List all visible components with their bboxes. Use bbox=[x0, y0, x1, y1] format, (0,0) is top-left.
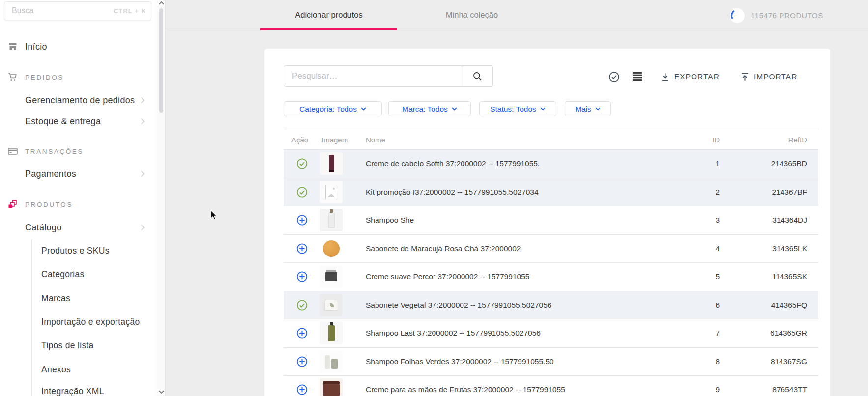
table-header: Ação Imagem Nome ID RefID bbox=[284, 129, 818, 150]
topbar: Adicionar produtos Minha coleção 115476 … bbox=[166, 0, 868, 30]
product-image-image-placeholder bbox=[320, 181, 343, 203]
col-imagem: Imagem bbox=[321, 129, 348, 150]
export-label: EXPORTAR bbox=[674, 72, 720, 81]
product-image-hair-cream-tube bbox=[320, 152, 343, 175]
product-image-round-soap bbox=[320, 237, 343, 260]
add-plus-icon[interactable] bbox=[296, 328, 308, 339]
product-image-soap-bar bbox=[320, 294, 343, 316]
active-tab-underline bbox=[260, 28, 397, 30]
table-row: Creme para as mãos de Frutas 37:2000002 … bbox=[284, 376, 818, 396]
table-row: Creme suave Percor 37:2000002 -- 1577991… bbox=[284, 263, 818, 291]
add-plus-icon[interactable] bbox=[296, 356, 308, 367]
scrollbar-thumb[interactable] bbox=[159, 8, 163, 113]
chevron-right-icon bbox=[141, 118, 145, 125]
col-acao: Ação bbox=[291, 129, 308, 150]
chevron-right-icon bbox=[141, 97, 145, 104]
table-row: Kit promoção I37:2000002 -- 1577991055.5… bbox=[284, 178, 818, 207]
download-icon bbox=[661, 72, 670, 82]
tab-minha-colecao[interactable]: Minha coleção bbox=[423, 0, 521, 30]
sidebar-item-categorias[interactable]: Categorias bbox=[0, 266, 157, 283]
chevron-down-icon bbox=[595, 107, 601, 111]
sidebar-item-transacoes: TRANSAÇÕES bbox=[0, 143, 157, 160]
filter-status-todos[interactable]: Status: Todos bbox=[479, 101, 556, 116]
table-row: Shampoo Last 37:2000002 -- 1577991055.50… bbox=[284, 319, 818, 348]
sidebar-item-gerenciamento-de-pedidos[interactable]: Gerenciamento de pedidos bbox=[0, 92, 157, 109]
add-plus-icon[interactable] bbox=[296, 243, 308, 254]
filter-marca-todos[interactable]: Marca: Todos bbox=[388, 101, 471, 116]
add-plus-icon[interactable] bbox=[296, 271, 308, 283]
sidebar-item-marcas[interactable]: Marcas bbox=[0, 290, 157, 307]
sidebar-search: CTRL + K bbox=[4, 1, 151, 20]
sidebar-item-tipos-de-lista[interactable]: Tipos de lista bbox=[0, 337, 157, 354]
table-row: Creme de cabelo Softh 37:2000002 -- 1577… bbox=[284, 150, 818, 178]
chevron-right-icon bbox=[141, 170, 145, 177]
sidebar-item-pagamentos[interactable]: Pagamentos bbox=[0, 166, 157, 182]
table-row: Shampoo She 3 314364DJ bbox=[284, 206, 818, 235]
products-table: Ação Imagem Nome ID RefID Creme de cabel… bbox=[284, 129, 818, 396]
col-id: ID bbox=[661, 129, 720, 150]
scroll-down-icon[interactable] bbox=[159, 390, 164, 394]
subnav-indent-rule bbox=[31, 239, 32, 396]
sidebar-search-input[interactable] bbox=[4, 6, 114, 15]
select-all-check-icon[interactable] bbox=[608, 71, 620, 83]
sidebar-item-anexos[interactable]: Anexos bbox=[0, 361, 157, 378]
upload-icon bbox=[740, 72, 750, 82]
sidebar-item-integracao-xml[interactable]: Integração XML bbox=[0, 383, 157, 396]
sidebar-item-catalogo[interactable]: Catálogo bbox=[0, 219, 157, 236]
import-label: IMPORTAR bbox=[754, 72, 797, 81]
filter-categoria-todos[interactable]: Categoria: Todos bbox=[284, 101, 382, 116]
sidebar-item-produtos: PRODUTOS bbox=[0, 196, 157, 213]
chevron-down-icon bbox=[540, 107, 546, 111]
product-search-input[interactable] bbox=[284, 65, 462, 87]
tab-adicionar-produtos[interactable]: Adicionar produtos bbox=[260, 0, 397, 30]
chevron-down-icon bbox=[452, 107, 457, 111]
added-check-icon[interactable] bbox=[296, 186, 308, 198]
product-image-brown-jar bbox=[320, 378, 343, 396]
sidebar-item-importacao-e-exportacao[interactable]: Importação e exportação bbox=[0, 313, 157, 330]
product-image-shampoo-bottle bbox=[320, 209, 343, 231]
table-row: Shampoo Folhas Verdes 37:2000002 -- 1577… bbox=[284, 348, 818, 376]
products-icon bbox=[8, 199, 18, 209]
add-plus-icon[interactable] bbox=[296, 215, 308, 226]
products-panel: EXPORTAR IMPORTAR Categoria: Todos Marca… bbox=[264, 49, 830, 396]
mouse-cursor bbox=[210, 210, 218, 223]
loading-spinner-icon bbox=[730, 8, 745, 23]
added-check-icon[interactable] bbox=[296, 299, 308, 311]
add-plus-icon[interactable] bbox=[296, 384, 308, 396]
cart-icon bbox=[8, 72, 18, 82]
import-button[interactable]: IMPORTAR bbox=[740, 70, 797, 83]
scroll-up-icon[interactable] bbox=[159, 1, 164, 5]
chevron-down-icon bbox=[361, 107, 366, 111]
sidebar-search-shortcut: CTRL + K bbox=[114, 7, 151, 15]
col-refid: RefID bbox=[728, 129, 807, 150]
added-check-icon[interactable] bbox=[296, 158, 308, 170]
search-icon bbox=[472, 71, 483, 82]
tab-label: Minha coleção bbox=[446, 10, 498, 19]
table-body: Creme de cabelo Softh 37:2000002 -- 1577… bbox=[284, 150, 818, 396]
products-count: 115476 PRODUTOS bbox=[751, 0, 823, 30]
filter-mais[interactable]: Mais bbox=[565, 101, 611, 116]
card-icon bbox=[8, 146, 18, 156]
product-image-cream-jar bbox=[320, 265, 343, 288]
sidebar: CTRL + K Início PEDIDOS Gerenciamento de… bbox=[0, 0, 166, 396]
product-image-bottle-set bbox=[320, 350, 343, 373]
chevron-right-icon bbox=[141, 224, 145, 231]
product-image-green-bottle bbox=[320, 322, 343, 344]
sidebar-item-pedidos: PEDIDOS bbox=[0, 69, 157, 85]
sidebar-item-estoque-entrega[interactable]: Estoque & entrega bbox=[0, 113, 157, 130]
table-row: Sabonete de Maracujá Rosa Chá 37:2000002… bbox=[284, 235, 818, 263]
store-icon bbox=[8, 42, 18, 52]
sidebar-scrollbar[interactable] bbox=[157, 0, 165, 396]
col-nome: Nome bbox=[366, 129, 385, 150]
table-row: Sabonete Vegetal 37:2000002 -- 157799105… bbox=[284, 291, 818, 320]
sidebar-item-produtos-e-skus[interactable]: Produtos e SKUs bbox=[0, 242, 157, 259]
tab-label: Adicionar produtos bbox=[295, 10, 363, 19]
list-view-icon[interactable] bbox=[633, 72, 642, 81]
search-button[interactable] bbox=[462, 65, 493, 87]
sidebar-item-inicio[interactable]: Início bbox=[0, 38, 157, 55]
export-button[interactable]: EXPORTAR bbox=[661, 70, 720, 83]
